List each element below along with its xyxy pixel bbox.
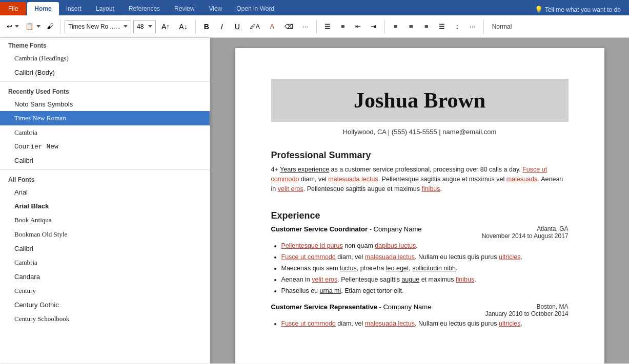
more2-button[interactable]: ··· <box>466 20 479 33</box>
toolbar: ↩ 📋 🖌 Times New Ro ... ... 48 A↑ A↓ B I … <box>0 15 629 38</box>
more-button[interactable]: ··· <box>299 20 312 33</box>
tab-open-in-word[interactable]: Open in Word <box>229 2 281 15</box>
font-century-schoolbook[interactable]: Century Schoolbook <box>0 312 210 326</box>
align-center-icon: ≡ <box>409 23 413 30</box>
sep4 <box>384 19 385 34</box>
ribbon: File Home Insert Layout References Revie… <box>0 0 629 15</box>
tab-home[interactable]: Home <box>27 2 58 15</box>
font-calibri-recent[interactable]: Calibri <box>0 154 210 167</box>
font-name-dropdown-icon <box>124 25 128 28</box>
font-bookman-old-style[interactable]: Bookman Old Style <box>0 227 210 242</box>
font-grow-button[interactable]: A↑ <box>158 20 173 33</box>
clear-format-button[interactable]: ⌫ <box>281 20 297 33</box>
velit-text: velit eros <box>278 185 303 192</box>
lightbulb-icon: 💡 <box>535 6 543 13</box>
font-noto-sans-symbols[interactable]: Noto Sans Symbols <box>0 97 210 111</box>
more-icon: ··· <box>302 23 308 30</box>
job2-header: Customer Service Representative - Compan… <box>271 303 569 317</box>
align-left-icon: ≡ <box>394 23 398 30</box>
job2-dates: January 2010 to October 2014 <box>485 310 568 317</box>
indent-button[interactable]: ⇥ <box>367 20 380 33</box>
font-name-text: Times New Ro ... <box>68 23 116 30</box>
justify-button[interactable]: ☰ <box>435 20 449 33</box>
undo-group: ↩ 📋 🖌 <box>4 21 56 32</box>
sep5 <box>483 19 484 34</box>
bold-button[interactable]: B <box>200 20 213 33</box>
redo-button[interactable]: 📋 <box>23 21 43 32</box>
font-candara[interactable]: Candara <box>0 270 210 284</box>
tab-review[interactable]: Review <box>167 2 201 15</box>
align-center-button[interactable]: ≡ <box>404 20 418 33</box>
font-grow-icon: A↑ <box>161 23 170 31</box>
font-cambria-all[interactable]: Cambria <box>0 255 210 270</box>
malesuada2-text: malesuada <box>506 176 538 183</box>
sep2 <box>195 19 196 34</box>
line-spacing-icon: ↕ <box>455 23 459 30</box>
font-century[interactable]: Century <box>0 284 210 298</box>
font-century-gothic[interactable]: Century Gothic <box>0 298 210 312</box>
tab-layout[interactable]: Layout <box>89 2 121 15</box>
tab-view[interactable]: View <box>201 2 229 15</box>
font-courier-new[interactable]: Courier New <box>0 140 210 154</box>
job2-location: Boston, MA <box>485 303 568 310</box>
font-calibri-body[interactable]: Calibri (Body) <box>0 66 210 79</box>
commodo-text: commodo <box>271 176 299 183</box>
tab-insert[interactable]: Insert <box>59 2 89 15</box>
experience-title: Experience <box>271 210 569 221</box>
numbered-list-icon: ≡ <box>341 23 345 30</box>
tell-me-box[interactable]: Tell me what you want to do <box>545 6 621 13</box>
job1-title-company: Customer Service Coordinator - Company N… <box>271 225 422 240</box>
job1-bullet5: Phasellus eu urna mi. Etiam eget tortor … <box>281 286 569 296</box>
theme-fonts-header: Theme Fonts <box>0 38 210 51</box>
numbered-list-button[interactable]: ≡ <box>336 20 350 33</box>
italic-button[interactable]: I <box>215 20 229 33</box>
all-fonts-header: All Fonts <box>0 172 210 185</box>
job1-bullet3: Maecenas quis sem luctus, pharetra leo e… <box>281 263 569 273</box>
font-shrink-button[interactable]: A↓ <box>175 20 191 33</box>
highlight-button[interactable]: 🖊A <box>246 20 263 33</box>
line-spacing-button[interactable]: ↕ <box>451 20 464 33</box>
job1-title: Customer Service Coordinator <box>271 225 368 233</box>
font-dropdown[interactable]: Theme Fonts Cambria (Headings) Calibri (… <box>0 38 210 363</box>
font-book-antiqua[interactable]: Book Antiqua <box>0 213 210 227</box>
underline-button[interactable]: U <box>231 20 244 33</box>
font-size-text: 48 <box>137 23 147 30</box>
tab-bar: File Home Insert Layout References Revie… <box>0 0 629 15</box>
summary-highlight: 4+ Years experience as a customer servic… <box>271 166 563 192</box>
font-times-new-roman[interactable]: Times New Roman <box>0 111 210 125</box>
justify-icon: ☰ <box>439 23 445 30</box>
format-painter-button[interactable]: 🖌 <box>44 21 56 32</box>
tab-references[interactable]: References <box>121 2 167 15</box>
bullets-button[interactable]: ☰ <box>321 20 334 33</box>
finibus-text: finibus <box>421 185 440 192</box>
undo-icon: ↩ <box>7 23 12 30</box>
job2-title: Customer Service Representative <box>271 303 377 311</box>
font-arial[interactable]: Arial <box>0 185 210 199</box>
main-area: Theme Fonts Cambria (Headings) Calibri (… <box>0 38 629 363</box>
font-name-ellipsis: ... <box>116 24 120 30</box>
job1-location: Atlanta, GA <box>482 225 569 232</box>
years-experience-text: Years experience <box>280 166 329 173</box>
resume-contact: Hollywood, CA | (555) 415-5555 | name@em… <box>271 128 569 136</box>
font-calibri-all[interactable]: Calibri <box>0 242 210 255</box>
document-page: Joshua Brown Hollywood, CA | (555) 415-5… <box>235 48 604 363</box>
job1-bullet1: Pellentesque id purus non quam dapibus l… <box>281 241 569 251</box>
job1-header: Customer Service Coordinator - Company N… <box>271 225 569 240</box>
font-name-box[interactable]: Times New Ro ... ... <box>65 20 131 33</box>
clipboard-dropdown-icon <box>36 25 40 28</box>
summary-title: Professional Summary <box>271 150 569 161</box>
font-cambria-recent[interactable]: Cambria <box>0 125 210 140</box>
tab-file[interactable]: File <box>0 2 26 15</box>
align-right-button[interactable]: ≡ <box>420 20 433 33</box>
style-normal-button[interactable]: Normal <box>488 20 516 33</box>
font-size-box[interactable]: 48 <box>133 20 156 33</box>
font-cambria-headings[interactable]: Cambria (Headings) <box>0 51 210 66</box>
font-color-button[interactable]: A <box>266 20 279 33</box>
font-arial-black[interactable]: Arial Black <box>0 199 210 213</box>
align-left-button[interactable]: ≡ <box>389 20 402 33</box>
undo-button[interactable]: ↩ <box>4 21 22 32</box>
recently-used-header: Recently Used Fonts <box>0 84 210 97</box>
highlight-icon: 🖊A <box>250 23 260 30</box>
format-painter-icon: 🖌 <box>47 23 53 30</box>
outdent-button[interactable]: ⇤ <box>352 20 365 33</box>
